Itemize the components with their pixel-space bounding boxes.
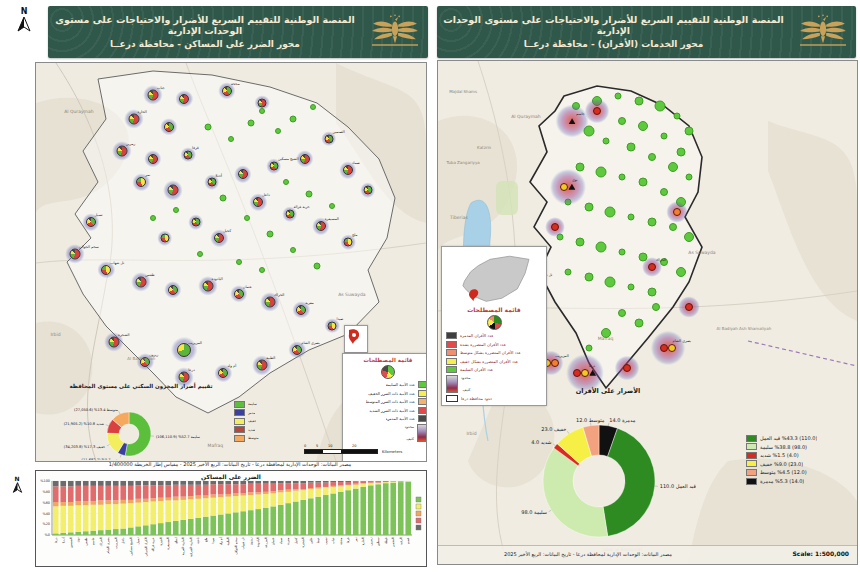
bar-segment — [270, 491, 276, 493]
bar-segment — [255, 495, 261, 510]
legend-item-label: مدمر — [248, 411, 255, 415]
x-axis-bar-label: نصيب — [324, 537, 328, 545]
bar-segment — [68, 502, 74, 506]
bar-segment — [158, 501, 164, 523]
bar-segment — [270, 493, 276, 506]
bar-segment — [128, 481, 134, 486]
legend-swatch — [746, 452, 757, 459]
bar-segment — [375, 484, 381, 535]
x-axis-bar-label: نمر — [354, 537, 358, 542]
x-axis-bar-label: معربة — [286, 537, 290, 545]
bar-segment — [128, 503, 134, 527]
donut-slice-label: (27,050.6) %13.4 متوسط — [74, 408, 118, 412]
bar-segment — [113, 504, 119, 529]
x-axis-bar-label: الغارية الغربية — [181, 537, 185, 555]
bar-segment — [233, 496, 239, 512]
x-axis-bar-label: جلين — [309, 537, 313, 543]
legend-swatch — [446, 358, 457, 365]
legend-item-label: عدد الأبنية ذات الضرر الشديد — [369, 408, 415, 413]
bar-segment — [375, 481, 381, 482]
bar-segment — [188, 481, 194, 485]
bar-segment — [398, 481, 404, 482]
y-axis-tick-label: %100 — [40, 479, 50, 483]
bar-segment — [218, 484, 224, 494]
legend-swatch — [234, 426, 245, 433]
pie-symbol-icon — [487, 315, 502, 330]
bar-segment — [390, 483, 396, 535]
legend-swatch — [234, 409, 245, 416]
syria-inset-map — [452, 250, 536, 306]
bar-segment — [113, 529, 119, 535]
bar-segment — [195, 496, 201, 499]
x-axis-bar-label: الشجرة — [301, 537, 305, 547]
legend-item: متوسط — [234, 435, 259, 442]
bar-segment — [315, 483, 321, 488]
legend-item: عدد الأفران المتضررة بشدة — [446, 341, 542, 348]
bar-segment — [173, 500, 179, 521]
bar-segment — [360, 487, 366, 535]
legend-item-label: عدد الأبنية المدمرة — [386, 416, 416, 421]
bar-segment — [173, 485, 179, 497]
bar-segment — [330, 487, 336, 493]
bar-segment — [398, 482, 404, 483]
bar-legend-swatch — [416, 511, 421, 516]
bar-segment — [338, 481, 344, 482]
right-legend-items: عدد الأفران المدمرةعدد الأفران المتضررة … — [446, 332, 542, 373]
bar-segment — [240, 511, 246, 535]
bar-segment — [405, 482, 411, 535]
bar-segment — [255, 492, 261, 494]
x-axis-bar-label: العجمي — [391, 537, 395, 547]
bar-legend-swatch — [416, 525, 421, 530]
bar-segment — [308, 481, 314, 483]
map-scale-text: Scale: 1:500,000 — [793, 550, 849, 557]
left-legend-items: عدد الأبنية السليمةعدد الأبنية ذات الضرر… — [347, 381, 427, 422]
bar-segment — [83, 531, 89, 535]
bar-segment — [165, 481, 171, 485]
label-leader — [120, 455, 121, 458]
legend-item: عدد الأفران المتضررة بشكل خفيف — [446, 358, 542, 365]
housing-damage-bar-chart: الضرر على المساكن %0%20%40%60%80%100درعا… — [35, 470, 427, 567]
x-axis-bar-label: طفس — [84, 537, 88, 546]
legend-swatch — [234, 418, 245, 425]
place-label: Al Quraymah — [64, 108, 93, 113]
legend-item: شديد — [234, 426, 259, 433]
bar-segment — [323, 487, 329, 495]
bar-segment — [240, 496, 246, 512]
bar-segment — [210, 516, 216, 535]
bar-segment — [195, 518, 201, 535]
bar-segment — [165, 485, 171, 497]
legend-item-label: (98.0) %38.8 سليمة — [760, 444, 807, 450]
bar-segment — [60, 533, 66, 535]
x-axis-bar-label: غصم — [406, 537, 410, 544]
emblem-caption-line — [372, 44, 418, 46]
bar-segment — [233, 493, 239, 496]
bar-segment — [338, 485, 344, 486]
legend-swatch — [418, 381, 427, 388]
legend-item: (14.0) %5.3 مدمرة — [746, 478, 817, 485]
bar-segment — [120, 504, 126, 529]
bar-segment — [173, 481, 179, 485]
bar-segment — [210, 481, 216, 484]
bar-segment — [248, 492, 254, 495]
bar-segment — [105, 530, 111, 535]
bar-segment — [173, 521, 179, 535]
x-axis-bar-label: زمرين — [369, 537, 373, 546]
bar-segment — [398, 482, 404, 535]
bar-segment — [83, 505, 89, 531]
bar-segment — [68, 532, 74, 535]
housing-donut-legend: سليمةمدمرخفيفشديدمتوسط — [234, 399, 259, 444]
bar-segment — [60, 506, 66, 533]
x-axis-bar-label: قيطة — [384, 537, 388, 544]
legend-swatch — [418, 390, 427, 397]
bar-segment — [353, 482, 359, 484]
bar-segment — [360, 481, 366, 482]
bar-segment — [120, 500, 126, 504]
bar-segment — [270, 481, 276, 484]
bar-segment — [83, 501, 89, 505]
bar-segment — [128, 486, 134, 500]
bar-segment — [375, 482, 381, 483]
bar-segment — [293, 481, 299, 483]
bar-segment — [405, 481, 411, 482]
density-high-label: كثيف — [405, 437, 414, 441]
right-map-source-note: مصدر البيانات: الوحدات الإدارية لمحافظة … — [458, 551, 718, 557]
